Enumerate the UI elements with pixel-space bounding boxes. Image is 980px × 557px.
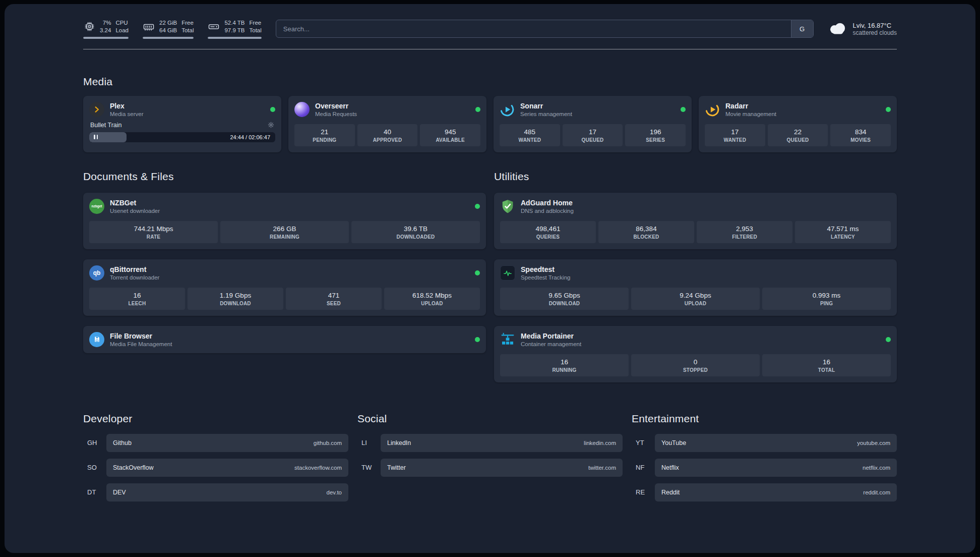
plex-icon xyxy=(89,102,104,117)
service-card-filebrowser[interactable]: File Browser Media File Management xyxy=(83,326,486,353)
disk-bar xyxy=(208,37,261,39)
cpu-widget: 7% 3.24 CPU Load xyxy=(83,19,129,39)
bookmark-twitter[interactable]: TW Twitter twitter.com xyxy=(357,459,623,477)
stat-value: 2,953 xyxy=(699,225,790,233)
stat-value: 9.24 Gbps xyxy=(633,292,758,299)
bookmark-domain: github.com xyxy=(314,440,342,446)
search-bar: G xyxy=(276,20,814,38)
stat-value: 945 xyxy=(422,128,478,136)
bookmark-netflix[interactable]: NF Netflix netflix.com xyxy=(632,459,897,477)
nzbget-icon: nzbget xyxy=(89,199,104,214)
bookmark-abbr: TW xyxy=(357,464,381,471)
bookmark-name: Twitter xyxy=(387,464,406,471)
service-card-portainer[interactable]: Media Portainer Container management 16 … xyxy=(494,326,897,382)
stat-label: DOWNLOADED xyxy=(353,234,478,240)
service-title: NZBGet xyxy=(110,199,160,207)
stat-value: 22 xyxy=(770,128,826,136)
stat-value: 266 GB xyxy=(222,225,347,233)
sonarr-icon xyxy=(500,102,515,117)
stat-label: MOVIES xyxy=(832,137,889,143)
bookmark-domain: netflix.com xyxy=(863,465,890,471)
cloud-icon xyxy=(828,21,848,37)
bookmark-reddit[interactable]: RE Reddit reddit.com xyxy=(632,483,897,502)
stat-label: DOWNLOAD xyxy=(190,301,281,306)
memory-total: 64 GiB xyxy=(159,27,177,34)
cpu-label-2: Load xyxy=(115,27,129,34)
bookmark-github[interactable]: GH Github github.com xyxy=(83,434,348,452)
memory-icon xyxy=(143,21,155,33)
adguard-icon xyxy=(500,199,515,214)
service-subtitle: DNS and adblocking xyxy=(521,208,574,214)
disk-total: 97.9 TB xyxy=(224,27,244,34)
search-provider-button[interactable]: G xyxy=(791,20,813,37)
bookmark-linkedin[interactable]: LI LinkedIn linkedin.com xyxy=(357,434,623,452)
service-title: Speedtest xyxy=(521,265,570,273)
stat-label: PENDING xyxy=(296,137,353,143)
pause-icon[interactable] xyxy=(94,135,98,139)
topbar: 7% 3.24 CPU Load xyxy=(83,19,897,39)
bookmark-group-developer: Developer GH Github github.com SO StackO… xyxy=(83,413,348,502)
disk-free: 52.4 TB xyxy=(224,19,244,27)
section-heading-media: Media xyxy=(83,76,897,88)
service-card-plex[interactable]: Plex Media server Bullet Train xyxy=(83,96,281,152)
stat-blocked: 86,384 BLOCKED xyxy=(598,221,694,243)
stat-label: TOTAL xyxy=(764,367,889,373)
section-heading-developer: Developer xyxy=(83,413,348,425)
playback-elapsed xyxy=(89,132,127,142)
weather-widget[interactable]: Lviv, 16.87°C scattered clouds xyxy=(828,21,897,37)
stat-label: AVAILABLE xyxy=(422,137,478,143)
stat-label: RUNNING xyxy=(502,367,627,373)
bookmark-youtube[interactable]: YT YouTube youtube.com xyxy=(632,434,897,452)
resource-widgets: 7% 3.24 CPU Load xyxy=(83,19,262,39)
service-subtitle: Container management xyxy=(521,341,581,347)
service-card-adguard[interactable]: AdGuard Home DNS and adblocking 498,461 … xyxy=(494,193,897,249)
stat-label: UPLOAD xyxy=(386,301,478,306)
service-card-radarr[interactable]: Radarr Movie management 17 WANTED 22 QUE… xyxy=(699,96,897,152)
service-title: AdGuard Home xyxy=(521,199,574,207)
bookmark-name: YouTube xyxy=(661,439,686,447)
section-heading-documents: Documents & Files xyxy=(83,171,486,183)
service-card-qbittorrent[interactable]: qb qBittorrent Torrent downloader 16 LEE… xyxy=(83,259,486,316)
stat-filtered: 2,953 FILTERED xyxy=(697,221,792,243)
stat-wanted: 485 WANTED xyxy=(500,124,560,146)
bookmark-domain: youtube.com xyxy=(857,440,890,446)
disk-label-2: Total xyxy=(250,27,262,34)
bookmark-stackoverflow[interactable]: SO StackOverflow stackoverflow.com xyxy=(83,459,348,477)
bookmark-name: Reddit xyxy=(661,489,680,496)
status-dot xyxy=(475,204,480,209)
stat-queued: 17 QUEUED xyxy=(563,124,623,146)
service-card-sonarr[interactable]: Sonarr Series management 485 WANTED 17 Q… xyxy=(494,96,692,152)
status-dot xyxy=(886,337,891,342)
stat-label: QUERIES xyxy=(502,234,594,240)
status-dot xyxy=(475,270,480,275)
stat-value: 744.21 Mbps xyxy=(91,225,216,233)
section-heading-utilities: Utilities xyxy=(494,171,897,183)
service-card-nzbget[interactable]: nzbget NZBGet Usenet downloader 744.21 M… xyxy=(83,193,486,249)
stat-label: WANTED xyxy=(707,137,763,143)
bookmark-name: Netflix xyxy=(661,464,679,471)
service-title: Media Portainer xyxy=(521,332,581,340)
stat-queries: 498,461 QUERIES xyxy=(500,221,596,243)
bookmark-group-social: Social LI LinkedIn linkedin.com TW Twitt… xyxy=(357,413,623,502)
stat-value: 16 xyxy=(502,358,627,366)
gear-icon[interactable] xyxy=(268,122,274,128)
bookmark-name: LinkedIn xyxy=(387,439,411,447)
service-card-overseerr[interactable]: Overseerr Media Requests 21 PENDING 40 A… xyxy=(288,96,486,152)
section-heading-entertainment: Entertainment xyxy=(632,413,897,425)
service-card-speedtest[interactable]: Speedtest Speedtest Tracking 9.65 Gbps D… xyxy=(494,259,897,316)
search-input[interactable] xyxy=(276,20,814,38)
stat-upload: 9.24 Gbps UPLOAD xyxy=(631,288,760,310)
stat-value: 47.571 ms xyxy=(797,225,889,233)
stat-approved: 40 APPROVED xyxy=(357,124,418,146)
stat-upload: 618.52 Mbps UPLOAD xyxy=(384,288,480,310)
stat-value: 471 xyxy=(288,292,380,299)
stat-value: 498,461 xyxy=(502,225,594,233)
stat-value: 9.65 Gbps xyxy=(502,292,627,299)
cpu-icon xyxy=(83,21,95,33)
bookmark-group-entertainment: Entertainment YT YouTube youtube.com NF … xyxy=(632,413,897,502)
bookmark-dev[interactable]: DT DEV dev.to xyxy=(83,483,348,502)
stat-downloaded: 39.6 TB DOWNLOADED xyxy=(351,221,480,243)
stat-pending: 21 PENDING xyxy=(294,124,355,146)
stat-value: 618.52 Mbps xyxy=(386,292,478,299)
stat-download: 9.65 Gbps DOWNLOAD xyxy=(500,288,629,310)
